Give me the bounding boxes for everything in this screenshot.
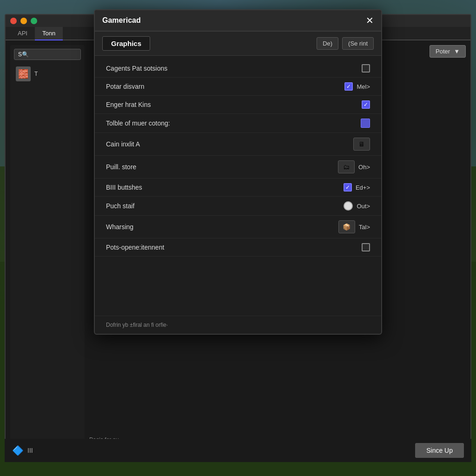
- table-row: Pots-opene:itennent: [95, 238, 381, 257]
- dialog-overlay: Gamericad ✕ Graphics De) (Se rint Cagent…: [0, 0, 476, 476]
- icon-control-8[interactable]: 📦: [338, 220, 355, 233]
- setting-label-9: Pots-opene:itennent: [106, 244, 362, 251]
- icon-control-4[interactable]: 🖥: [353, 138, 370, 151]
- setting-control-9: [362, 243, 370, 251]
- setting-label-1: Potar disvarn: [106, 83, 344, 90]
- checkbox-checked-6[interactable]: ✓: [344, 183, 352, 192]
- footer-text: Dofrin yb ±firal an fi orfie·: [106, 322, 168, 328]
- tal-arrow-btn[interactable]: Tal>: [359, 224, 370, 231]
- setting-control-0: [362, 64, 370, 73]
- setting-control-6: ✓ Ed+>: [344, 183, 370, 192]
- table-row: Tolble of muer cotong:: [95, 114, 381, 133]
- checkbox-unchecked-9[interactable]: [362, 243, 370, 251]
- setting-label-5: Puill. store: [106, 163, 338, 171]
- table-row: Enger hrat Kins ✓: [95, 96, 381, 114]
- setting-label-7: Puch staif: [106, 202, 344, 210]
- table-row: Potar disvarn ✓ Mel>: [95, 78, 381, 96]
- dialog-titlebar: Gamericad ✕: [95, 10, 381, 32]
- color-picker-3[interactable]: [361, 119, 370, 128]
- table-row: Puill. store 🗂 Oh>: [95, 156, 381, 178]
- setting-control-7: Out>: [344, 201, 370, 211]
- dialog-body: Cagents Pat sotsions Potar disvarn ✓ Mel…: [95, 56, 381, 316]
- active-section-label[interactable]: Graphics: [102, 36, 150, 51]
- checkbox-unchecked-0[interactable]: [362, 64, 370, 73]
- setting-label-0: Cagents Pat sotsions: [106, 65, 362, 72]
- header-btn-serint[interactable]: (Se rint: [342, 37, 374, 50]
- checkbox-checked-1[interactable]: ✓: [344, 82, 353, 91]
- ed-arrow-btn[interactable]: Ed+>: [356, 184, 370, 191]
- setting-control-1: ✓ Mel>: [344, 82, 370, 91]
- table-row: Puch staif Out>: [95, 197, 381, 216]
- header-btn-de[interactable]: De): [317, 37, 338, 50]
- table-row: Cagents Pat sotsions: [95, 60, 381, 78]
- header-buttons: De) (Se rint: [317, 37, 374, 50]
- table-row: Cain inxlit A 🖥: [95, 133, 381, 156]
- icon-control-5[interactable]: 🗂: [338, 160, 355, 173]
- setting-control-5: 🗂 Oh>: [338, 160, 370, 173]
- setting-label-6: BIII buttshes: [106, 184, 344, 191]
- dot-control-7[interactable]: [344, 201, 353, 211]
- mel-arrow-btn[interactable]: Mel>: [357, 83, 370, 90]
- table-row: Wharsing 📦 Tal>: [95, 216, 381, 238]
- setting-control-2: ✓: [362, 100, 370, 109]
- dialog-close-button[interactable]: ✕: [366, 16, 374, 25]
- setting-control-3: [361, 119, 370, 128]
- setting-label-8: Wharsing: [106, 223, 338, 231]
- setting-control-8: 📦 Tal>: [338, 220, 370, 233]
- dialog-footer: Dofrin yb ±firal an fi orfie·: [95, 316, 381, 334]
- table-row: BIII buttshes ✓ Ed+>: [95, 178, 381, 197]
- checkbox-checked-2[interactable]: ✓: [362, 100, 370, 109]
- oh-arrow-btn[interactable]: Oh>: [358, 164, 370, 171]
- setting-label-4: Cain inxlit A: [106, 140, 353, 148]
- setting-label-2: Enger hrat Kins: [106, 101, 362, 108]
- settings-dialog: Gamericad ✕ Graphics De) (Se rint Cagent…: [94, 9, 382, 335]
- dialog-header: Graphics De) (Se rint: [95, 32, 381, 56]
- out-arrow-btn[interactable]: Out>: [357, 203, 370, 210]
- setting-label-3: Tolble of muer cotong:: [106, 119, 361, 127]
- setting-control-4: 🖥: [353, 138, 370, 151]
- dialog-title: Gamericad: [102, 16, 141, 25]
